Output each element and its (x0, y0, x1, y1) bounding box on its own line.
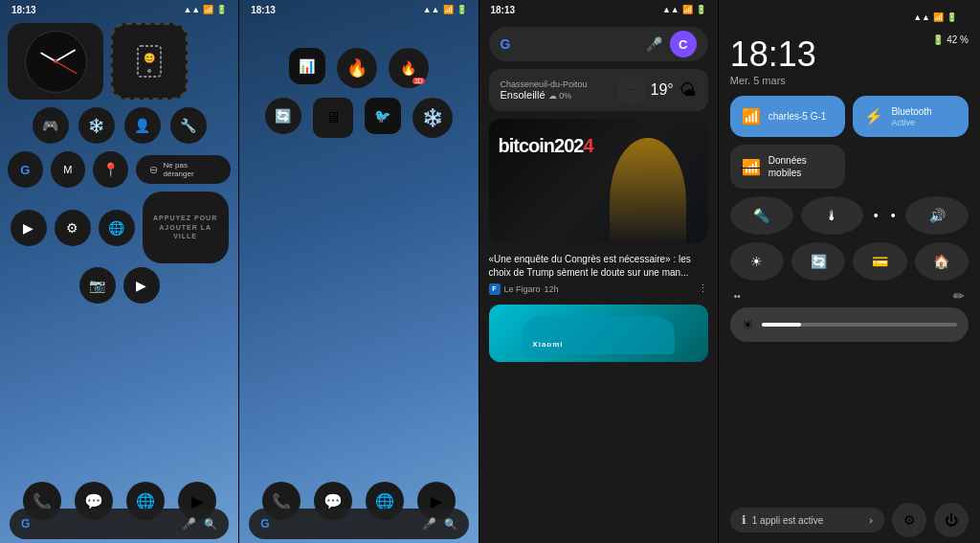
qs-home[interactable]: 🏠 (915, 242, 969, 281)
app-icon-audio[interactable]: 👤 (124, 107, 161, 144)
p2-app-flame2[interactable]: 🔥 3D (389, 48, 429, 88)
qs-dot1[interactable]: • (871, 211, 880, 220)
qs-icon-row-2: ☀ 🔄 💳 🏠 (730, 242, 969, 281)
panel-home-1: 18:13 ▲▲ 📶 🔋 😊 (0, 0, 238, 543)
weather-temp: 19° (651, 81, 674, 99)
weather-icon: 🌤 (679, 80, 697, 101)
app-icon-camera[interactable]: 📷 (79, 267, 116, 304)
p2-app-refresh[interactable]: 🔄 (265, 98, 301, 134)
city-widget[interactable]: APPUYEZ POUR AJOUTER LA VILLE (143, 192, 229, 263)
phone-widget[interactable]: 😊 (111, 23, 188, 100)
dnd-widget[interactable]: ⊖ Ne pas déranger (136, 155, 232, 184)
news-caption[interactable]: «Une enquête du Congrès est nécessaire» … (479, 247, 718, 301)
page-dots: •• (734, 291, 741, 302)
status-bar-4: ▲▲ 📶 🔋 (730, 8, 969, 27)
news-meta: F Le Figaro 12h ⋮ (489, 283, 708, 295)
brightness-slider-track[interactable] (762, 323, 957, 327)
battery-icon-3: 🔋 (696, 5, 706, 14)
qs-icon-row-1: 🔦 🌡 • • 🔊 (730, 196, 969, 235)
qs-rotate[interactable]: 🔄 (791, 242, 845, 281)
qs-brightness-bar[interactable]: ☀ (730, 307, 969, 342)
wifi-tile-info: charles-5 G-1 (768, 110, 827, 123)
panel-home-2: 18:13 ▲▲ 📶 🔋 📊 🔥 🔥 3D 🔄 🖥 🐦 ❄️ 📞 💬 � (238, 0, 478, 543)
account-avatar[interactable]: C (670, 31, 697, 57)
clock-center-dot (54, 59, 57, 63)
wifi-icon-4: 📶 (933, 12, 944, 22)
weather-condition: Ensoleillé ☁ 0% (501, 89, 588, 101)
active-apps-chip[interactable]: ℹ 1 appli est active › (730, 508, 884, 532)
qs-dot2[interactable]: • (888, 211, 898, 220)
city-label: APPUYEZ POUR AJOUTER LA VILLE (143, 214, 229, 241)
qs-celsius[interactable]: 🌡 (801, 196, 864, 235)
qs-tile-bluetooth[interactable]: ⚡ Bluetooth Active (853, 96, 969, 137)
brightness-fill (762, 323, 801, 327)
chevron-right-icon: › (869, 514, 873, 526)
app-icon-maps[interactable]: 📍 (93, 151, 128, 188)
search-mic-2[interactable]: 🎤 (422, 517, 436, 531)
app-icon-settings[interactable]: ⚙ (55, 210, 91, 246)
qs-battery-display: 🔋 42 % (932, 34, 969, 45)
weather-location: Chasseneuil-du-Poitou (501, 79, 588, 89)
qs-brightness[interactable]: ☀ (730, 242, 784, 281)
battery-icon-1: 🔋 (216, 5, 227, 14)
app-icon-freeze[interactable]: ❄️ (78, 107, 115, 144)
weather-card[interactable]: Chasseneuil-du-Poitou Ensoleillé ☁ 0% ⋯ … (489, 69, 708, 111)
car-background: Xiaomi (489, 305, 708, 362)
dnd-label: Ne pas déranger (164, 161, 218, 178)
app-row-1: 🎮 ❄️ 👤 🔧 (8, 107, 231, 144)
app-icon-bandage[interactable]: 🔧 (170, 107, 207, 144)
trump-image (588, 119, 708, 243)
battery-icon-4: 🔋 (947, 12, 957, 22)
p2-app-swift[interactable]: 🐦 (365, 98, 401, 134)
weather-uv: ☁ 0% (548, 91, 572, 101)
app-icon-play[interactable]: ▶ (11, 210, 47, 246)
weather-info: Chasseneuil-du-Poitou Ensoleillé ☁ 0% (501, 79, 588, 101)
svg-point-1 (147, 69, 151, 73)
google-logo: G (501, 36, 511, 52)
active-apps-text: 1 appli est active (752, 515, 824, 526)
p2-app-monitor[interactable]: 🖥 (313, 98, 353, 138)
qs-torch[interactable]: 🔦 (730, 196, 793, 235)
qs-wallet[interactable]: 💳 (853, 242, 906, 281)
news-source: Le Figaro (504, 284, 541, 294)
car-image[interactable]: Xiaomi (489, 305, 708, 362)
search-lens-1[interactable]: 🔍 (204, 518, 217, 531)
app-icon-g[interactable]: G (8, 151, 43, 188)
search-bar-2[interactable]: G 🎤 🔍 (249, 509, 468, 539)
search-bar-1[interactable]: G 🎤 🔍 (10, 509, 229, 539)
p2-app-flame1[interactable]: 🔥 (337, 48, 377, 88)
data-icon: 📶 (742, 158, 761, 176)
news-menu-icon[interactable]: ⋮ (698, 283, 708, 295)
clock-widget[interactable] (8, 23, 103, 100)
status-time-1: 18:13 (11, 5, 36, 15)
qs-footer: ℹ 1 appli est active › ⚙ ⏻ (730, 503, 969, 537)
news-image-trump[interactable]: bitcoin2024 (489, 119, 708, 243)
app-icon-m[interactable]: M (51, 151, 86, 188)
qs-action-buttons: ⚙ ⏻ (892, 503, 969, 537)
p2-app-stats[interactable]: 📊 (289, 48, 325, 84)
app-row-2: ▶ ⚙ 🌐 APPUYEZ POUR AJOUTER LA VILLE (8, 192, 231, 263)
settings-button[interactable]: ⚙ (892, 503, 926, 537)
power-button[interactable]: ⏻ (934, 503, 969, 537)
bitcoin-text: bitcoin2024 (499, 133, 593, 158)
status-time-2: 18:13 (251, 5, 276, 15)
qs-tiles-grid: 📶 charles-5 G-1 ⚡ Bluetooth Active 📶 Don… (730, 96, 969, 189)
feed-search-bar[interactable]: G 🎤 C (489, 27, 708, 61)
search-mic-1[interactable]: 🎤 (182, 517, 196, 531)
search-lens-2[interactable]: 🔍 (444, 518, 457, 531)
edit-icon[interactable]: ✏ (953, 288, 965, 304)
google-g-2: G (260, 517, 269, 531)
app-icon-play2[interactable]: ▶ (123, 267, 160, 304)
app-icon-games[interactable]: 🎮 (33, 107, 69, 144)
qs-volume[interactable]: 🔊 (905, 196, 969, 235)
status-icons-1: ▲▲ 📶 🔋 (183, 5, 227, 14)
weather-expand[interactable]: ⋯ (618, 77, 645, 103)
news-logo: F (489, 283, 501, 295)
app-icon-globe[interactable]: 🌐 (99, 210, 135, 246)
qs-page-row: •• ✏ (730, 288, 969, 304)
dnd-row: G M 📍 ⊖ Ne pas déranger (8, 151, 231, 188)
search-mic-3[interactable]: 🎤 (646, 36, 662, 52)
qs-tile-data[interactable]: 📶 Données mobiles (730, 145, 846, 189)
qs-tile-wifi[interactable]: 📶 charles-5 G-1 (730, 96, 846, 137)
p2-app-snowflake[interactable]: ❄️ (412, 98, 453, 138)
